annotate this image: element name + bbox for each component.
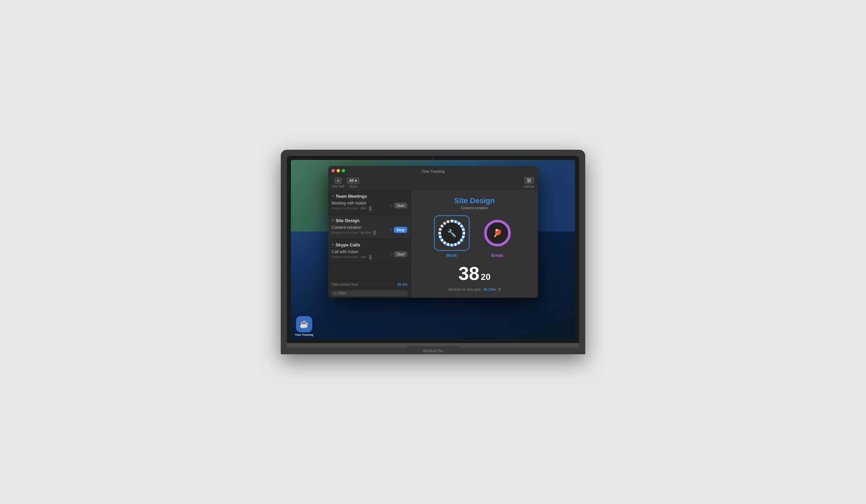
worked-label: Worked on this task: [332,207,359,210]
chevron-down-icon: ▾ [355,179,357,183]
plus-icon: + [337,179,339,183]
menu-icon[interactable]: ≡ [390,228,392,232]
task-controls: ≡ Start [390,251,407,257]
break-label: Break [491,253,503,258]
right-panel: Site Design Content creation [411,190,538,298]
laptop-screen: Time Tracking + New Task [291,160,575,339]
new-task-button[interactable]: + [334,177,342,184]
task-group-skype-calls: ▼ Skype Calls Call with Adam Worked on t… [328,239,411,263]
filter-placeholder: Filter [338,291,346,295]
task-item-meeting-isabel: Meeting with Isabel Worked on this task:… [328,199,411,211]
work-label: Work [446,253,457,258]
stop-button-site-design[interactable]: Stop [394,227,407,233]
dock-icon-circle: ☕ [296,316,312,332]
work-circle-wrapper[interactable]: 🔧 [434,215,469,251]
chart-icon: ▐▌ [372,230,377,234]
timer-seconds: 20 [481,272,490,282]
filter-input[interactable]: ⊙ Filter [331,290,408,296]
task-worked-row: Worked on this task: 4h 23m ▐▌ [332,230,390,234]
task-time: 38m [360,207,366,210]
camera-dot [432,158,434,159]
task-name: Call with Adam [332,250,390,254]
window-controls [332,169,345,172]
ping-pong-icon: 🏓 [493,229,502,238]
task-group-header-site-design[interactable]: ▼ Site Design [328,217,411,224]
task-name: Content creation [332,225,390,230]
timer-circles: 🔧 Work [434,215,515,258]
worked-label: Worked on this task: [332,255,359,259]
task-controls: ≡ Start [390,203,407,208]
menu-icon[interactable]: ≡ [390,204,392,208]
macbook-label: MacBook Pro [287,348,579,354]
worked-info: Worked on this task: 4h 23m ◔ [448,287,501,292]
task-list: ▼ Team Meetings Meeting with Isabel Work… [328,190,411,280]
chart-icon: ▐▌ [368,206,373,210]
group-arrow-icon: ▼ [332,195,334,198]
svg-point-3 [528,179,529,180]
task-worked-row: Worked on this task: 14m ▐▌ [332,255,390,259]
work-circle-container[interactable]: 🔧 Work [434,215,469,258]
new-task-label: New Task [332,185,345,188]
close-button[interactable] [332,169,335,172]
dock-icon[interactable]: ☕ Time Tracking [295,316,313,336]
title-bar: Time Tracking [328,166,538,175]
start-button-meeting[interactable]: Start [394,203,407,208]
window-title: Time Tracking [422,169,445,173]
task-time: 4h 23m [360,231,370,234]
break-circle-container[interactable]: 🏓 Break [480,215,515,258]
worked-label: Worked on this task: [332,231,359,234]
detail-task-subtitle: Content creation [461,206,488,210]
start-button-skype[interactable]: Start [394,251,407,257]
dock-icon-label: Time Tracking [295,333,313,336]
toolbar-left: + New Task All ▾ Show [332,177,359,188]
panel-footer: Total worked time: 5h 4m [328,280,411,288]
task-controls: ≡ Stop [390,227,407,233]
group-name-team-meetings: Team Meetings [335,194,367,199]
task-item-call-adam: Call with Adam Worked on this task: 14m … [328,248,411,260]
main-content: ▼ Team Meetings Meeting with Isabel Work… [328,190,538,298]
break-circle-wrapper[interactable]: 🏓 [480,215,515,251]
worked-on-value: 4h 23m [483,287,496,291]
show-value: All [349,179,354,183]
task-group-team-meetings: ▼ Team Meetings Meeting with Isabel Work… [328,190,411,215]
group-arrow-icon: ▼ [332,243,334,247]
group-name-site-design: Site Design [335,218,359,223]
timer-main: 38 [458,264,479,283]
total-time-label: Total worked time: [332,283,359,286]
svg-point-4 [530,180,531,181]
task-group-header-team-meetings[interactable]: ▼ Team Meetings [328,193,411,199]
minimize-button[interactable] [336,169,340,172]
group-arrow-icon: ▼ [332,219,334,222]
task-group-site-design: ▼ Site Design Content creation Worked on… [328,215,411,239]
left-panel: ▼ Team Meetings Meeting with Isabel Work… [328,190,411,298]
task-group-header-skype-calls[interactable]: ▼ Skype Calls [328,242,411,248]
task-item-content-creation: Content creation Worked on this task: 4h… [328,224,411,236]
svg-point-5 [528,182,529,183]
menu-icon[interactable]: ≡ [390,252,392,256]
detail-task-title: Site Design [454,196,495,205]
laptop-outer: Time Tracking + New Task [281,150,585,354]
task-name: Meeting with Isabel [332,201,390,206]
app-window: Time Tracking + New Task [328,166,538,298]
worked-on-label: Worked on this task: [448,287,482,291]
toolbar: + New Task All ▾ Show [328,175,538,190]
show-label: Show [349,185,357,188]
show-dropdown-button[interactable]: All ▾ [347,177,359,184]
task-worked-row: Worked on this task: 38m ▐▌ [332,206,390,210]
coffee-icon: ☕ [299,320,309,329]
screen-bezel: Time Tracking + New Task [287,156,579,343]
settings-icon [527,178,531,183]
wrench-icon: 🔧 [447,229,456,238]
total-time-value: 5h 4m [398,283,407,286]
filter-bar: ⊙ Filter [328,288,411,298]
task-time: 14m [360,255,366,259]
filter-icon: ⊙ [334,291,337,295]
group-name-skype-calls: Skype Calls [335,242,360,248]
timer-display: 38 20 [458,264,490,284]
pie-chart-icon: ◔ [497,287,501,292]
maximize-button[interactable] [342,169,345,172]
settings-button[interactable] [524,177,534,184]
settings-label: Settings [523,185,534,188]
laptop-bottom [287,343,579,348]
task-info: Meeting with Isabel Worked on this task:… [332,201,390,210]
